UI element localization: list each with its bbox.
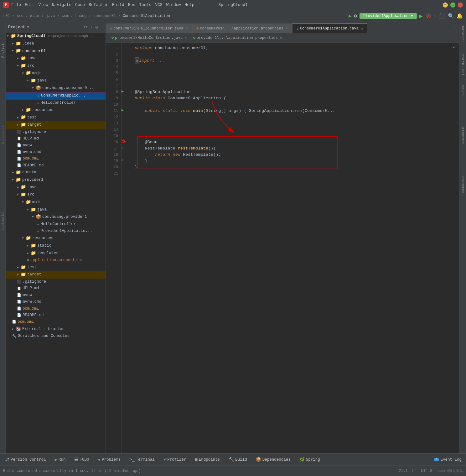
tree-hellocontroller2[interactable]: ☕ HelloController bbox=[6, 221, 106, 228]
encoding[interactable]: UTF-8 bbox=[421, 469, 432, 473]
tree-mvnwcmd1[interactable]: 📄 mvnw.cmd bbox=[6, 149, 106, 155]
tree-main1[interactable]: ▼ 📁 main bbox=[6, 70, 106, 77]
code-editor[interactable]: 1 2 3 4 5 6 7 8 9 10 11 12 13 14 15 16 1… bbox=[106, 43, 459, 453]
tab-app-props[interactable]: ⚙ consumer01\...\application.properties … bbox=[192, 24, 292, 33]
menu-build[interactable]: Build bbox=[112, 3, 124, 7]
menu-tools[interactable]: Tools bbox=[139, 3, 151, 7]
tree-gitignore1[interactable]: ⬛ .gitignore bbox=[6, 129, 106, 135]
endpoints-tool[interactable]: ⊞ Endpoints bbox=[193, 456, 222, 463]
tree-ext-libs[interactable]: ▶ 📚 External Libraries bbox=[6, 326, 106, 333]
tree-pom2[interactable]: 📄 pom.xml bbox=[6, 306, 106, 312]
menu-refactor[interactable]: Refactor bbox=[89, 3, 108, 7]
toolbar-icon-2[interactable]: 🐞 bbox=[425, 13, 432, 19]
tab-hello-controller[interactable]: ☕ consumer01\HelloController.java ✕ bbox=[106, 24, 192, 33]
tree-main2[interactable]: ▼ 📁 main bbox=[6, 199, 106, 206]
menu-help[interactable]: Help bbox=[184, 3, 194, 7]
tree-mvn2[interactable]: ▶ 📁 .mvn bbox=[6, 184, 106, 191]
cursor-position[interactable]: 21:1 bbox=[399, 469, 408, 473]
tree-help2[interactable]: 📋 HELP.md bbox=[6, 285, 106, 292]
toolbar-icon-1[interactable]: ⚙ bbox=[354, 13, 357, 19]
sync-icon[interactable]: ⟳ bbox=[84, 24, 88, 30]
window-controls[interactable]: ─ □ ✕ bbox=[443, 3, 463, 8]
tabs-row2[interactable]: ⚙ provider1\HelloController.java ✕ ⚙ pro… bbox=[106, 33, 459, 43]
build-tool[interactable]: 🔨 Build bbox=[227, 456, 249, 463]
problems-tool[interactable]: ● Problems bbox=[96, 456, 122, 463]
notification-button[interactable]: 🔔 bbox=[457, 13, 463, 19]
tree-test1[interactable]: ▶ 📁 test bbox=[6, 114, 106, 121]
tree-gitignore2[interactable]: ⬛ .gitignore bbox=[6, 279, 106, 285]
tree-resources1[interactable]: ▶ 📁 resources bbox=[6, 107, 106, 114]
run-class-icon[interactable]: ▶ bbox=[122, 89, 124, 94]
fold-icon-19[interactable]: ⊖ bbox=[122, 159, 123, 162]
dependencies-tool[interactable]: 📦 Dependencies bbox=[254, 456, 293, 463]
project-tree[interactable]: ▼ 📁 SpringCloud1 D:\project\newhuangh...… bbox=[6, 33, 106, 453]
tree-idea[interactable]: ▶ 📁 .idea bbox=[6, 40, 106, 48]
tab-provider1-props-close[interactable]: ✕ bbox=[280, 35, 282, 40]
bookmarks-tab[interactable]: Bookmarks bbox=[0, 209, 5, 233]
run-tool[interactable]: ▶ Run bbox=[53, 456, 68, 463]
tabs-row1[interactable]: ☕ consumer01\HelloController.java ✕ ⚙ co… bbox=[106, 22, 459, 33]
tree-pom1[interactable]: 📄 pom.xml bbox=[6, 155, 106, 162]
play-button[interactable]: ▶ bbox=[419, 13, 423, 19]
line-ending[interactable]: LF bbox=[412, 469, 417, 473]
tree-eureka[interactable]: ▶ 📁 eureka bbox=[6, 169, 106, 176]
fold-icon[interactable]: ⊖ bbox=[122, 146, 123, 150]
tree-mvnw2[interactable]: 📄 mvnw bbox=[6, 292, 106, 299]
tree-provider1app[interactable]: ☕ Provider1Applicatio... bbox=[6, 228, 106, 235]
tree-mvnwcmd2[interactable]: 📄 mvnw.cmd bbox=[6, 299, 106, 305]
tree-pkg1[interactable]: ▼ 📦 com.huang.consumer0... bbox=[6, 85, 106, 92]
tree-readme1[interactable]: 📄 README.md bbox=[6, 162, 106, 169]
minimize-button[interactable]: ─ bbox=[443, 3, 448, 8]
tree-application2[interactable]: ⚙ application.properties bbox=[6, 257, 106, 264]
right-tab-structure[interactable]: Structure bbox=[460, 123, 466, 147]
tree-provider1[interactable]: ▼ 📁 provider1 bbox=[6, 176, 106, 184]
tree-root[interactable]: ▼ 📁 SpringCloud1 D:\project\newhuangh... bbox=[6, 33, 106, 40]
menu-run[interactable]: Run bbox=[128, 3, 135, 7]
tree-static[interactable]: ▶ 📁 static bbox=[6, 242, 106, 250]
run-main-icon[interactable]: ▶ bbox=[122, 108, 124, 112]
profiler-tool[interactable]: ⚡ Profiler bbox=[162, 456, 188, 463]
right-tab-bookmarks[interactable]: Bookmarks bbox=[460, 172, 466, 196]
right-tab-database[interactable]: Database bbox=[460, 24, 466, 45]
menu-view[interactable]: View bbox=[38, 3, 48, 7]
tab-app-props-close[interactable]: ✕ bbox=[286, 26, 288, 30]
structure-tab-left[interactable]: Structure bbox=[0, 123, 5, 146]
tree-target1[interactable]: ▶ 📁 target bbox=[6, 121, 106, 129]
tree-pkg2[interactable]: ▼ 📦 com.huang.provider1 bbox=[6, 213, 106, 221]
run-config-button[interactable]: ▶ bbox=[349, 13, 352, 19]
tree-resources2[interactable]: ▼ 📁 resources bbox=[6, 235, 106, 242]
tree-mvnw1[interactable]: 📄 mvnw bbox=[6, 142, 106, 149]
menu-code[interactable]: Code bbox=[75, 3, 85, 7]
run-config-label[interactable]: Provider1Application ▼ bbox=[360, 13, 417, 19]
tab-provider1-hello-close[interactable]: ✕ bbox=[184, 35, 187, 40]
project-panel-dropdown[interactable]: ▼ bbox=[27, 25, 29, 29]
menu-navigate[interactable]: Navigate bbox=[52, 3, 71, 7]
menu-edit[interactable]: Edit bbox=[25, 3, 34, 7]
tree-src1[interactable]: ▼ 📁 src bbox=[6, 62, 106, 70]
stop-button[interactable]: ⬛ bbox=[439, 13, 445, 19]
close-button[interactable]: ✕ bbox=[458, 3, 463, 8]
tree-mvn1[interactable]: ▶ 📁 .mvn bbox=[6, 55, 106, 62]
fold-imports[interactable]: ⊞ bbox=[135, 57, 139, 64]
right-tab-maven[interactable]: Maven bbox=[460, 83, 466, 98]
tree-consumer01[interactable]: ▼ 📁 consumer01 bbox=[6, 47, 106, 55]
sort-icon[interactable]: ↕ bbox=[90, 24, 93, 30]
right-tab-restful[interactable]: RestfulTool bbox=[460, 50, 466, 78]
tree-scratches[interactable]: 🔧 Scratches and Consoles bbox=[6, 333, 106, 339]
collapse-all-icon[interactable]: ─ bbox=[101, 24, 103, 30]
tree-templates[interactable]: ▶ 📁 templates bbox=[6, 250, 106, 257]
version-control-tool[interactable]: ⎇ Version Control bbox=[3, 456, 48, 463]
code-content[interactable]: package com.huang.consumer01 ; ⊞ import … bbox=[131, 43, 459, 453]
tab-consumer01app-close[interactable]: ✕ bbox=[361, 27, 363, 31]
tree-java2[interactable]: ▼ 📁 java bbox=[6, 206, 106, 214]
tree-hellocontroller1[interactable]: ☕ HelloController bbox=[6, 100, 106, 107]
menu-window[interactable]: Window bbox=[166, 3, 181, 7]
tab-provider1-hello[interactable]: ⚙ provider1\HelloController.java ✕ bbox=[108, 34, 190, 42]
tabs-more-button[interactable]: ⋮ bbox=[449, 24, 459, 31]
tree-consumer01app[interactable]: ☕ Consumer01Applic... bbox=[6, 92, 106, 100]
tab-consumer01app[interactable]: ☕ Consumer01Application.java ✕ bbox=[292, 24, 367, 33]
event-log-tool[interactable]: 1 Event Log bbox=[432, 456, 463, 463]
filter-icon[interactable]: ⚙ bbox=[95, 24, 98, 30]
toolbar-icon-3[interactable]: ⚡ bbox=[434, 13, 437, 18]
spring-tool[interactable]: 🌿 Spring bbox=[298, 456, 322, 463]
